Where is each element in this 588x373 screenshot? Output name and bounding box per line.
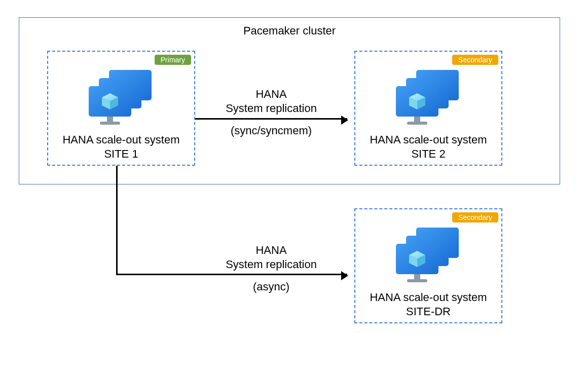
svg-rect-7 (100, 122, 120, 125)
sitedr-label: HANA scale-out system SITE-DR (355, 290, 501, 318)
svg-rect-23 (407, 279, 427, 282)
site1-label: HANA scale-out system SITE 1 (48, 133, 194, 161)
secondary-badge: Secondary (452, 55, 498, 65)
elbow-vertical (116, 166, 118, 274)
primary-badge: Primary (155, 55, 191, 65)
replication-label-sync-bottom: (sync/syncmem) (200, 124, 342, 138)
sitedr-name-line1: HANA scale-out system (370, 291, 487, 304)
vm-stack-icon (393, 228, 464, 283)
site1-name-line2: SITE 1 (104, 147, 138, 160)
svg-rect-6 (107, 117, 113, 122)
vm-icon (393, 228, 464, 283)
site1-box: Primary (47, 51, 195, 166)
vm-stack-icon (393, 70, 464, 126)
site2-name-line2: SITE 2 (411, 147, 445, 160)
secondary-badge: Secondary (452, 212, 498, 222)
svg-rect-14 (414, 117, 420, 122)
site2-name-line1: HANA scale-out system (370, 133, 487, 146)
arrow-to-sitedr (116, 274, 347, 275)
vm-icon (393, 70, 464, 126)
replication-label-async-top: HANA System replication (200, 243, 342, 271)
arrow-to-site2 (195, 118, 347, 120)
sitedr-box: Secondary (354, 208, 502, 323)
vm-stack-icon (86, 70, 157, 126)
site2-label: HANA scale-out system SITE 2 (355, 133, 501, 161)
site2-box: Secondary (354, 51, 502, 166)
site1-name-line1: HANA scale-out system (62, 133, 179, 146)
replication-label-sync-top: HANA System replication (200, 87, 342, 115)
svg-rect-15 (407, 122, 427, 125)
vm-icon (86, 70, 157, 126)
svg-rect-22 (414, 274, 420, 279)
cluster-title: Pacemaker cluster (19, 24, 560, 38)
sitedr-name-line2: SITE-DR (406, 305, 451, 318)
replication-label-async-bottom: (async) (200, 280, 342, 294)
